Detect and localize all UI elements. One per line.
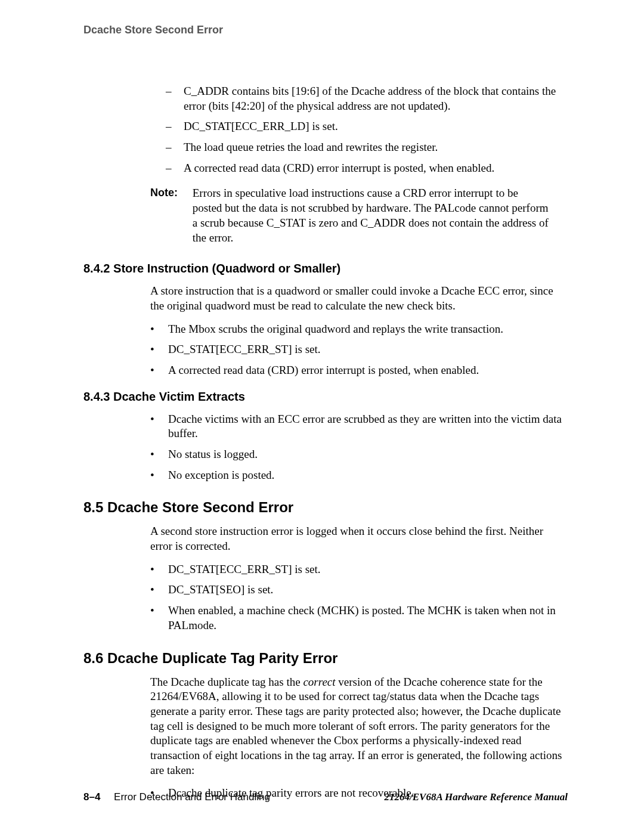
page: Dcache Store Second Error C_ADDR contain… bbox=[0, 0, 644, 833]
dash-item: The load queue retries the load and rewr… bbox=[166, 140, 568, 155]
footer-left: 8–4 Error Detection and Error Handling bbox=[83, 791, 270, 803]
note-label: Note: bbox=[150, 186, 190, 200]
page-footer: 8–4 Error Detection and Error Handling 2… bbox=[83, 791, 568, 803]
note-block: Note: Errors in speculative load instruc… bbox=[150, 186, 568, 245]
text-run: version of the Dcache coherence state fo… bbox=[150, 676, 562, 776]
bullet-list: DC_STAT[ECC_ERR_ST] is set. DC_STAT[SEO]… bbox=[100, 562, 568, 633]
bullet-item: When enabled, a machine check (MCHK) is … bbox=[150, 603, 568, 633]
paragraph: A store instruction that is a quadword o… bbox=[150, 284, 568, 313]
note-body: Errors in speculative load instructions … bbox=[193, 186, 550, 245]
bullet-item: A corrected read data (CRD) error interr… bbox=[150, 363, 568, 378]
chapter-title: Error Detection and Error Handling bbox=[114, 791, 270, 803]
bullet-item: DC_STAT[SEO] is set. bbox=[150, 583, 568, 597]
paragraph: The Dcache duplicate tag has the correct… bbox=[150, 675, 568, 778]
text-run: The Dcache duplicate tag has the bbox=[150, 676, 303, 688]
bullet-list: Dcache victims with an ECC error are scr… bbox=[100, 412, 568, 483]
running-head: Dcache Store Second Error bbox=[83, 24, 568, 36]
paragraph: A second store instruction error is logg… bbox=[150, 524, 568, 553]
page-number: 8–4 bbox=[83, 791, 100, 803]
bullet-item: No status is logged. bbox=[150, 447, 568, 462]
dash-list: C_ADDR contains bits [19:6] of the Dcach… bbox=[100, 84, 568, 175]
bullet-list: The Mbox scrubs the original quadword an… bbox=[100, 322, 568, 378]
bullet-item: DC_STAT[ECC_ERR_ST] is set. bbox=[150, 342, 568, 357]
heading-8-4-2: 8.4.2 Store Instruction (Quadword or Sma… bbox=[83, 262, 568, 275]
dash-item: A corrected read data (CRD) error interr… bbox=[166, 161, 568, 176]
heading-8-4-3: 8.4.3 Dcache Victim Extracts bbox=[83, 390, 568, 404]
bullet-item: No exception is posted. bbox=[150, 468, 568, 483]
heading-8-6: 8.6 Dcache Duplicate Tag Parity Error bbox=[83, 650, 568, 667]
emphasis: correct bbox=[303, 676, 335, 688]
bullet-item: DC_STAT[ECC_ERR_ST] is set. bbox=[150, 562, 568, 577]
dash-item: C_ADDR contains bits [19:6] of the Dcach… bbox=[166, 84, 568, 113]
manual-title: 21264/EV68A Hardware Reference Manual bbox=[385, 791, 568, 803]
bullet-item: Dcache victims with an ECC error are scr… bbox=[150, 412, 568, 441]
bullet-item: The Mbox scrubs the original quadword an… bbox=[150, 322, 568, 337]
heading-8-5: 8.5 Dcache Store Second Error bbox=[83, 499, 568, 516]
dash-item: DC_STAT[ECC_ERR_LD] is set. bbox=[166, 119, 568, 134]
